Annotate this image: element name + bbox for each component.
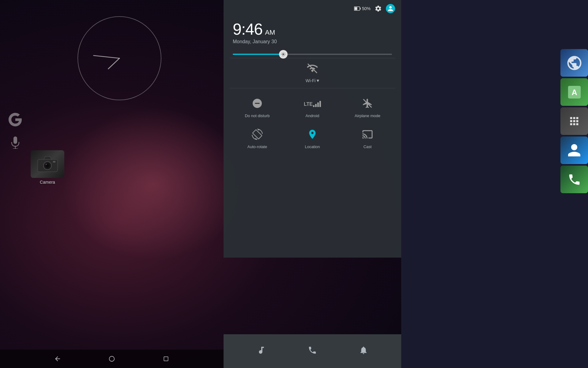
media-controls-bar <box>224 334 401 368</box>
camera-app-label: Camera <box>40 180 55 185</box>
time-section: 9:46 AM Monday, January 30 <box>224 17 401 51</box>
brightness-slider-track <box>233 54 392 55</box>
brightness-thumb[interactable] <box>279 50 288 59</box>
settings-icon[interactable] <box>374 5 382 13</box>
svg-point-11 <box>46 164 47 165</box>
location-label: Location <box>305 144 320 149</box>
contacts-app-icon[interactable] <box>560 136 588 164</box>
google-search-icon[interactable] <box>6 110 24 129</box>
camera-icon <box>31 150 64 178</box>
wifi-dropdown-arrow[interactable]: ▾ <box>317 78 319 83</box>
time-ampm: AM <box>265 29 275 36</box>
time-main: 9:46 <box>233 20 262 38</box>
svg-rect-19 <box>164 357 168 361</box>
quick-tile-auto-rotate[interactable]: Auto-rotate <box>230 122 285 153</box>
wifi-off-icon <box>307 63 318 76</box>
svg-rect-14 <box>360 8 360 10</box>
green-app-icon[interactable]: A <box>560 78 588 106</box>
svg-point-18 <box>109 356 115 362</box>
browser-app-icon[interactable] <box>560 49 588 77</box>
lte-android-icon: LTE <box>305 96 320 111</box>
battery-percentage: 50% <box>362 6 371 11</box>
svg-marker-7 <box>44 156 51 159</box>
auto-rotate-icon <box>250 127 265 142</box>
back-button[interactable] <box>51 353 64 365</box>
do-not-disturb-icon <box>250 96 265 111</box>
svg-rect-15 <box>354 7 357 10</box>
svg-rect-12 <box>53 161 55 163</box>
status-bar: 50% <box>224 0 401 17</box>
date-display: Monday, January 30 <box>233 39 392 44</box>
app-drawer-icon[interactable] <box>560 107 588 135</box>
quick-tile-location[interactable]: Location <box>285 122 340 153</box>
location-icon <box>305 127 320 142</box>
wifi-label[interactable]: Wi-Fi ▾ <box>306 78 319 83</box>
quick-tile-cast[interactable]: Cast <box>340 122 395 153</box>
svg-rect-3 <box>13 136 17 144</box>
quick-settings-grid: Do not disturb LTE Android <box>224 88 401 156</box>
navigation-bar <box>0 350 224 368</box>
time-display: 9:46 AM <box>233 20 392 38</box>
user-account-icon[interactable] <box>386 4 395 13</box>
recents-button[interactable] <box>160 353 172 365</box>
quick-tile-android[interactable]: LTE Android <box>285 91 340 122</box>
microphone-icon[interactable] <box>8 135 23 150</box>
cast-icon <box>360 127 375 142</box>
wifi-section[interactable]: Wi-Fi ▾ <box>224 58 401 88</box>
notification-bell-icon[interactable] <box>359 346 368 357</box>
airplane-mode-label: Airplane mode <box>355 113 380 118</box>
auto-rotate-label: Auto-rotate <box>247 144 267 149</box>
airplane-mode-icon <box>360 96 375 111</box>
wifi-text: Wi-Fi <box>306 78 316 83</box>
quick-tile-airplane-mode[interactable]: Airplane mode <box>340 91 395 122</box>
battery-icon: 50% <box>354 6 371 11</box>
camera-app-icon[interactable]: Camera <box>31 150 64 185</box>
quick-tile-do-not-disturb[interactable]: Do not disturb <box>230 91 285 122</box>
cast-label: Cast <box>364 144 372 149</box>
phone-dialer-icon[interactable] <box>560 166 588 193</box>
music-icon[interactable] <box>257 346 266 357</box>
do-not-disturb-label: Do not disturb <box>245 113 270 118</box>
brightness-fill <box>233 54 281 55</box>
home-button[interactable] <box>106 353 118 365</box>
right-dock: A <box>560 49 588 195</box>
svg-text:A: A <box>571 88 577 96</box>
clock-widget <box>77 15 162 102</box>
phone-icon[interactable] <box>308 346 317 357</box>
brightness-section[interactable] <box>224 51 401 58</box>
android-label: Android <box>306 113 319 118</box>
svg-line-2 <box>93 56 119 58</box>
notification-panel: 50% 9:46 AM Monday, January 30 <box>224 0 401 258</box>
